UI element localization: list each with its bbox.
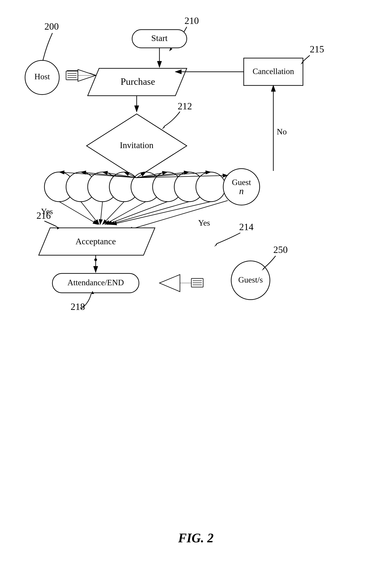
start-label: Start <box>151 33 168 43</box>
host-label: Host <box>34 72 50 81</box>
no-label: No <box>277 127 287 136</box>
ref-216: 216 <box>36 210 51 221</box>
svg-line-45 <box>109 202 189 225</box>
svg-marker-18 <box>162 127 165 129</box>
svg-marker-47 <box>214 244 217 247</box>
svg-marker-53 <box>159 275 180 292</box>
guest-n-n: n <box>239 186 244 196</box>
svg-point-29 <box>196 172 225 202</box>
purchase-label: Purchase <box>121 76 155 87</box>
diagram-container: 200 Host 210 <box>0 0 392 566</box>
svg-line-41 <box>100 202 102 225</box>
ref-210: 210 <box>184 15 199 26</box>
svg-line-46 <box>112 202 211 225</box>
cancellation-label: Cancellation <box>252 67 294 76</box>
fig-label: FIG. 2 <box>178 531 214 545</box>
guest-circles-group <box>44 172 225 202</box>
ref-218: 218 <box>70 301 85 312</box>
guests-to-attendance-arrow <box>159 275 203 292</box>
svg-line-39 <box>59 202 98 225</box>
ref-250: 250 <box>273 244 288 255</box>
yes-right-label: Yes <box>198 218 210 227</box>
invitation-label: Invitation <box>120 140 154 150</box>
guest-n-label: Guest <box>232 178 251 187</box>
host-to-purchase-arrow <box>66 70 96 81</box>
svg-marker-15 <box>169 48 172 51</box>
attendance-label: Attendance/END <box>68 278 124 287</box>
ref-212: 212 <box>178 101 192 112</box>
guests-label: Guest/s <box>238 275 263 284</box>
ref-200: 200 <box>44 21 59 32</box>
svg-line-40 <box>81 202 99 225</box>
ref-215: 215 <box>310 44 324 55</box>
ref-214: 214 <box>239 222 253 232</box>
acceptance-label: Acceptance <box>75 237 116 246</box>
